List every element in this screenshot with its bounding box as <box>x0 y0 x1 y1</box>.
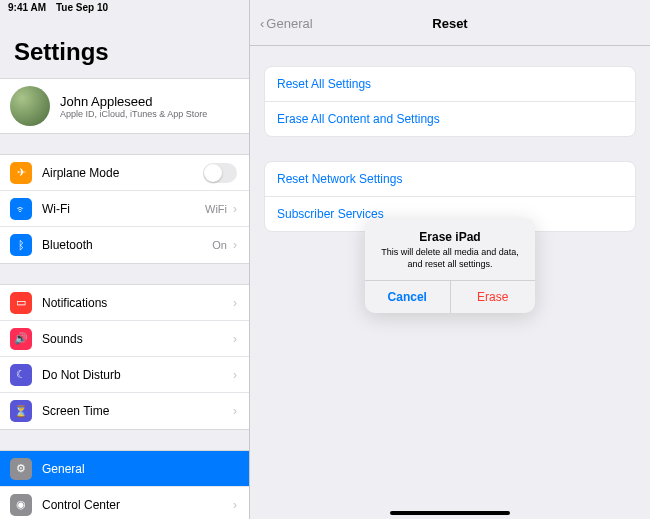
home-indicator[interactable] <box>390 511 510 515</box>
sidebar-item-label: Control Center <box>42 498 227 512</box>
sidebar-item-bluetooth[interactable]: ᛒ Bluetooth On › <box>0 227 249 263</box>
sidebar-item-wifi[interactable]: ᯤ Wi-Fi WiFi › <box>0 191 249 227</box>
sidebar-item-label: Airplane Mode <box>42 166 203 180</box>
nav-bar: ‹ General Reset <box>250 2 650 46</box>
control-center-icon: ◉ <box>10 494 32 516</box>
chevron-right-icon: › <box>233 498 237 512</box>
alert-message: This will delete all media and data, and… <box>375 247 525 270</box>
sidebar-item-notifications[interactable]: ▭ Notifications › <box>0 285 249 321</box>
sidebar-item-sounds[interactable]: 🔊 Sounds › <box>0 321 249 357</box>
account-sub: Apple ID, iCloud, iTunes & App Store <box>60 109 207 119</box>
airplane-icon: ✈ <box>10 162 32 184</box>
account-name: John Appleseed <box>60 94 207 109</box>
sidebar-item-label: General <box>42 462 237 476</box>
dnd-icon: ☾ <box>10 364 32 386</box>
sidebar-item-label: Sounds <box>42 332 227 346</box>
wifi-icon: ᯤ <box>10 198 32 220</box>
alert-title: Erase iPad <box>375 230 525 244</box>
status-time: 9:41 AM <box>8 2 46 18</box>
airplane-toggle[interactable] <box>203 163 237 183</box>
chevron-right-icon: › <box>233 368 237 382</box>
sidebar-item-label: Wi-Fi <box>42 202 205 216</box>
chevron-right-icon: › <box>233 404 237 418</box>
page-title: Settings <box>0 18 249 78</box>
chevron-right-icon: › <box>233 202 237 216</box>
reset-network-settings[interactable]: Reset Network Settings <box>265 162 635 197</box>
sidebar: 9:41 AM Tue Sep 10 Settings John Applese… <box>0 0 250 519</box>
sounds-icon: 🔊 <box>10 328 32 350</box>
sidebar-item-dnd[interactable]: ☾ Do Not Disturb › <box>0 357 249 393</box>
chevron-right-icon: › <box>233 238 237 252</box>
alert-dialog: Erase iPad This will delete all media an… <box>365 218 535 313</box>
sidebar-item-label: Screen Time <box>42 404 227 418</box>
sidebar-item-screentime[interactable]: ⏳ Screen Time › <box>0 393 249 429</box>
chevron-left-icon: ‹ <box>260 16 264 31</box>
bluetooth-detail: On <box>212 239 227 251</box>
sidebar-item-control-center[interactable]: ◉ Control Center › <box>0 487 249 519</box>
erase-button[interactable]: Erase <box>451 281 536 313</box>
bluetooth-icon: ᛒ <box>10 234 32 256</box>
sidebar-item-airplane[interactable]: ✈ Airplane Mode <box>0 155 249 191</box>
main-panel: ‹ General Reset Reset All Settings Erase… <box>250 0 650 519</box>
chevron-right-icon: › <box>233 332 237 346</box>
status-date: Tue Sep 10 <box>56 2 108 18</box>
sidebar-item-label: Bluetooth <box>42 238 212 252</box>
reset-group-1: Reset All Settings Erase All Content and… <box>264 66 636 137</box>
back-button[interactable]: ‹ General <box>260 16 313 31</box>
avatar <box>10 86 50 126</box>
cancel-button[interactable]: Cancel <box>365 281 451 313</box>
notifications-icon: ▭ <box>10 292 32 314</box>
gear-icon: ⚙ <box>10 458 32 480</box>
sidebar-item-label: Do Not Disturb <box>42 368 227 382</box>
sidebar-item-label: Notifications <box>42 296 227 310</box>
account-row[interactable]: John Appleseed Apple ID, iCloud, iTunes … <box>0 79 249 133</box>
back-label: General <box>266 16 312 31</box>
erase-all-content[interactable]: Erase All Content and Settings <box>265 102 635 136</box>
screentime-icon: ⏳ <box>10 400 32 422</box>
reset-all-settings[interactable]: Reset All Settings <box>265 67 635 102</box>
chevron-right-icon: › <box>233 296 237 310</box>
status-bar: 9:41 AM Tue Sep 10 <box>0 0 249 18</box>
wifi-detail: WiFi <box>205 203 227 215</box>
sidebar-item-general[interactable]: ⚙ General <box>0 451 249 487</box>
